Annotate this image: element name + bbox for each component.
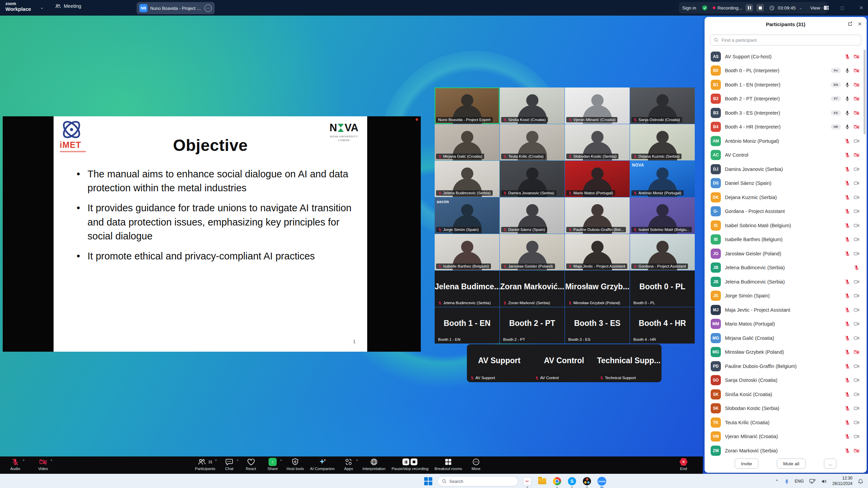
name-tile[interactable]: AV ControlAV Control xyxy=(532,345,596,382)
zoom-app-icon[interactable]: zoom xyxy=(597,477,606,486)
name-tile[interactable]: Zoran Marković...Zoran Marković (Serbia) xyxy=(500,271,565,307)
participant-row[interactable]: IBIsabelle Barthes (Belgium) xyxy=(705,233,864,247)
camera-off-icon[interactable] xyxy=(854,124,859,130)
react-button[interactable]: React xyxy=(243,456,259,471)
mic-muted-icon[interactable] xyxy=(845,349,850,355)
participants-button[interactable]: 31^Participants xyxy=(195,456,215,471)
language-indicator[interactable]: ENG xyxy=(795,479,804,484)
participant-row[interactable]: TKTeuta Krilic (Croatia) xyxy=(705,415,864,430)
camera-on-icon[interactable] xyxy=(854,167,859,172)
panel-scrollbar[interactable] xyxy=(864,50,866,134)
popout-panel-icon[interactable] xyxy=(847,21,853,27)
video-tile[interactable]: Slobodan Kostic (Serbia) xyxy=(565,124,630,160)
minimize-button[interactable]: ─ xyxy=(822,5,825,11)
participant-row[interactable]: MGMirosław Grzybek (Poland) xyxy=(705,345,864,359)
name-tile[interactable]: Booth 0 - PLBooth 0 - PL xyxy=(630,271,695,307)
workspace-chevron-icon[interactable]: ⌄ xyxy=(40,5,44,10)
mic-muted-icon[interactable] xyxy=(845,279,850,285)
stop-recording-button[interactable] xyxy=(756,4,764,12)
camera-on-icon[interactable] xyxy=(854,138,859,144)
video-tile[interactable]: Mario Matos (Portugal) xyxy=(565,161,630,197)
video-tile[interactable]: Maja Jevtic - Project Assistant xyxy=(565,234,630,270)
participant-row[interactable]: G-Gordana - Project Assistant xyxy=(705,204,864,219)
mic-muted-icon[interactable] xyxy=(845,152,850,158)
video-tile[interactable]: Vjeran Mlinarić (Croatia) xyxy=(565,87,630,124)
participant-row[interactable]: VMVjeran Mlinarić (Croatia) xyxy=(705,430,864,444)
name-tile[interactable]: Mirosław Grzyb...Mirosław Grzybek (Polan… xyxy=(565,271,630,307)
video-tile[interactable]: Mirjana Galić (Croatia) xyxy=(435,124,499,160)
camera-off-icon[interactable] xyxy=(854,349,859,355)
timer-chevron-icon[interactable]: ⌄ xyxy=(799,6,802,10)
mic-muted-icon[interactable] xyxy=(845,237,850,242)
mic-on-icon[interactable] xyxy=(845,68,850,73)
video-tile[interactable]: Sanja Ostroski (Croatia) xyxy=(630,87,695,124)
mic-muted-icon[interactable] xyxy=(845,223,850,228)
snipping-tool-icon[interactable]: ✂ xyxy=(523,477,532,486)
ai-companion-button[interactable]: AI Companion xyxy=(310,456,335,471)
mic-on-icon[interactable] xyxy=(845,124,850,130)
camera-off-icon[interactable] xyxy=(854,82,859,87)
chevron-up-icon[interactable]: ^ xyxy=(51,459,52,463)
share-button[interactable]: ↑^Share xyxy=(265,456,280,471)
davinci-resolve-icon[interactable] xyxy=(583,477,591,486)
more-button[interactable]: More xyxy=(468,456,484,471)
sign-in-button[interactable]: Sign in xyxy=(682,5,696,11)
interpretation-button[interactable]: Interpretation xyxy=(362,456,386,471)
mic-on-icon[interactable] xyxy=(845,82,850,87)
participant-row[interactable]: MJMaja Jevtic - Project Assistant xyxy=(705,303,864,317)
chevron-up-icon[interactable]: ^ xyxy=(356,459,358,463)
taskbar-search[interactable]: Search xyxy=(437,476,518,486)
mic-muted-icon[interactable] xyxy=(845,392,850,397)
mic-muted-icon[interactable] xyxy=(845,54,850,59)
participant-search-box[interactable] xyxy=(710,35,861,45)
participant-row[interactable]: B1Booth 1 - EN (Interpreter)EN xyxy=(705,78,864,92)
mic-muted-icon[interactable] xyxy=(845,167,850,172)
mic-muted-icon[interactable] xyxy=(845,180,850,186)
close-panel-icon[interactable]: ✕ xyxy=(857,21,862,27)
participant-row[interactable]: PDPauline Dubois-Graffin (Belgium) xyxy=(705,359,864,373)
camera-off-icon[interactable] xyxy=(854,96,859,101)
audio-button[interactable]: ^Audio xyxy=(7,456,23,471)
video-tile[interactable]: aecimJorge Simón (Spain) xyxy=(435,197,499,234)
participant-row[interactable]: DJDamira Jovanovic (Serbia) xyxy=(705,162,864,176)
participant-row[interactable]: ZMZoran Marković (Serbia) xyxy=(705,444,864,456)
file-explorer-icon[interactable] xyxy=(538,477,547,486)
participant-row[interactable]: DKDejana Kuzmic (Serbia) xyxy=(705,190,864,204)
name-tile[interactable]: Jelena Budimce...Jelena Budimcevic (Serb… xyxy=(435,271,499,307)
chat-button[interactable]: ^Chat xyxy=(221,456,237,471)
camera-on-icon[interactable] xyxy=(854,406,859,411)
meeting-tab[interactable]: NB Nuno Boavida - Project Expert's s ⋯ xyxy=(137,2,215,14)
camera-off-icon[interactable] xyxy=(854,68,859,73)
camera-on-icon[interactable] xyxy=(854,195,859,200)
participant-row[interactable]: B0Booth 0 - PL (Interpreter)Po xyxy=(705,64,864,78)
participant-row[interactable]: JBJelena Budimcevic (Serbia) xyxy=(705,261,864,275)
participant-row[interactable]: JGJarosław Geisler (Poland) xyxy=(705,247,864,261)
camera-on-icon[interactable] xyxy=(854,251,859,256)
volume-icon[interactable] xyxy=(821,479,827,484)
panel-more-button[interactable]: ... xyxy=(824,458,836,469)
skype-icon[interactable]: S xyxy=(568,477,576,486)
video-tile[interactable]: Isabelle Barthes (Belgium) xyxy=(435,234,499,270)
video-tile[interactable]: Isabel Sobrino Maté (Belgiu... xyxy=(630,197,695,234)
notifications-bell-icon[interactable] xyxy=(858,479,863,484)
participant-row[interactable]: DSDaniel Sáenz (Spain) xyxy=(705,176,864,191)
mic-muted-icon[interactable] xyxy=(845,321,850,327)
host-tools-button[interactable]: Host tools xyxy=(287,456,304,471)
mic-muted-icon[interactable] xyxy=(845,251,850,256)
chrome-icon[interactable] xyxy=(553,477,561,486)
mic-muted-icon[interactable] xyxy=(845,406,850,411)
tray-mic-icon[interactable] xyxy=(784,479,789,484)
camera-off-icon[interactable] xyxy=(854,152,859,158)
video-tile[interactable]: Pauline Dubois-Graffin (Bel... xyxy=(565,197,630,234)
camera-off-icon[interactable] xyxy=(854,54,859,59)
meeting-menu-item[interactable]: Meeting xyxy=(55,3,81,9)
tab-options-icon[interactable]: ⋯ xyxy=(204,4,212,12)
video-tile[interactable]: Nuno Boavida - Project Expert xyxy=(435,87,499,124)
camera-on-icon[interactable] xyxy=(854,293,859,298)
mic-muted-icon[interactable] xyxy=(845,420,850,425)
camera-on-icon[interactable] xyxy=(854,237,859,242)
recording-indicator[interactable]: Recording... xyxy=(713,5,742,11)
mic-muted-icon[interactable] xyxy=(845,364,850,369)
participant-row[interactable]: B3Booth 3 - ES (Interpreter)ES xyxy=(705,106,864,120)
chevron-up-icon[interactable]: ^ xyxy=(280,459,282,463)
